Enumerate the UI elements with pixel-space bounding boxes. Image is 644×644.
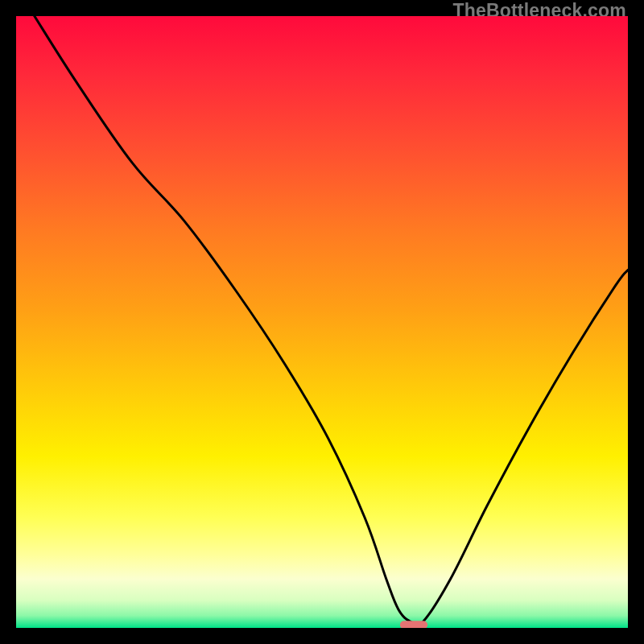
chart-frame: TheBottleneck.com bbox=[0, 0, 644, 644]
optimal-marker bbox=[400, 621, 427, 628]
plot-area bbox=[16, 16, 628, 628]
gradient-background bbox=[16, 16, 628, 628]
chart-svg bbox=[16, 16, 628, 628]
